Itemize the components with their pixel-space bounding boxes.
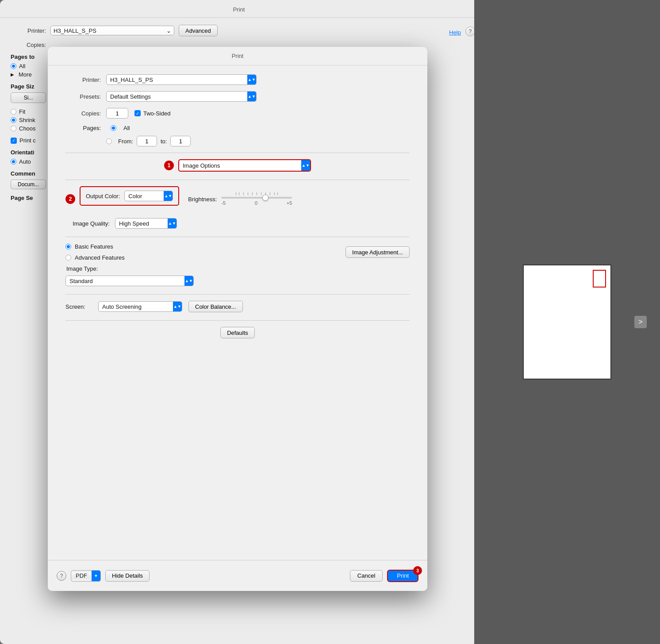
two-sided-label: Two-Sided <box>143 110 170 117</box>
bg-choose-label: Choos <box>19 125 36 132</box>
presets-select[interactable]: Default Settings ▲▼ <box>106 91 257 102</box>
screen-label: Screen: <box>65 303 92 310</box>
output-color-select[interactable]: Color ▲▼ <box>124 191 173 201</box>
pages-all-radio[interactable] <box>111 125 116 131</box>
slider-ticks-row <box>236 192 278 195</box>
copies-input[interactable] <box>106 108 128 119</box>
tick <box>274 192 275 195</box>
brightness-section: Brightness: <box>188 192 292 206</box>
printer-row: Printer: H3_HALL_S_PS ▲▼ <box>65 74 410 85</box>
to-input[interactable] <box>170 136 191 146</box>
image-options-row: 1 Image Options ▲▼ <box>65 159 410 172</box>
slider-labels: -5 0 +5 <box>221 200 292 206</box>
image-quality-select[interactable]: High Speed ▲▼ <box>115 218 177 229</box>
brightness-mid: 0 <box>255 200 257 206</box>
preview-page-inner <box>593 270 606 288</box>
bg-fit-label: Fit <box>19 108 25 115</box>
separator-5 <box>65 320 410 321</box>
dialog-bottom-bar: ? PDF ▼ Hide Details Cancel Print 3 <box>48 560 427 591</box>
image-type-arrows: ▲▼ <box>184 276 193 286</box>
image-adjustment-button[interactable]: Image Adjustment... <box>345 246 410 258</box>
image-quality-arrows-icon: ▲▼ <box>168 222 176 226</box>
from-input[interactable] <box>137 136 157 146</box>
presets-select-arrows: ▲▼ <box>247 91 256 102</box>
advanced-features-label: Advanced Features <box>75 254 125 261</box>
bg-shrink-label: Shrink <box>19 117 35 123</box>
image-type-arrows-icon: ▲▼ <box>185 279 193 283</box>
cancel-button[interactable]: Cancel <box>350 570 383 582</box>
from-label: From: <box>118 138 133 145</box>
defaults-button[interactable]: Defaults <box>220 327 255 338</box>
bg-document-button[interactable]: Docum... <box>11 180 46 189</box>
pages-all-label: All <box>123 125 130 131</box>
brightness-min: -5 <box>221 200 226 206</box>
slider-thumb <box>262 195 269 201</box>
tick <box>277 192 278 195</box>
bg-dialog-header: Print <box>0 0 478 18</box>
output-color-arrows-icon: ▲▼ <box>164 194 172 198</box>
presets-row: Presets: Default Settings ▲▼ <box>65 91 410 102</box>
next-page-arrow[interactable]: > <box>634 316 647 328</box>
bg-all-label: All <box>19 63 25 69</box>
separator-2 <box>65 180 410 180</box>
advanced-features-radio[interactable] <box>65 255 71 261</box>
image-quality-label: Image Quality: <box>65 220 110 227</box>
separator-3 <box>65 237 410 237</box>
help-link[interactable]: Help <box>449 29 461 36</box>
advanced-features-option[interactable]: Advanced Features <box>65 254 125 261</box>
pdf-label: PDF <box>71 572 92 579</box>
tick <box>248 192 248 195</box>
preview-panel: > <box>474 0 660 644</box>
bg-advanced-button[interactable]: Advanced <box>179 25 218 36</box>
bg-print-checkbox[interactable]: ✓ <box>11 138 17 144</box>
bg-more-label: More <box>19 71 32 78</box>
image-options-select[interactable]: Image Options ▲▼ <box>178 159 311 172</box>
help-question-icon[interactable]: ? <box>465 27 475 36</box>
badge-1: 1 <box>164 161 174 170</box>
hide-details-button[interactable]: Hide Details <box>105 570 150 582</box>
basic-features-radio[interactable] <box>65 244 71 249</box>
bg-dialog-title: Print <box>233 6 245 13</box>
print-button-label: Print <box>397 572 409 579</box>
dialog-title: Print <box>232 53 244 59</box>
bg-printer-arrow-icon: ⌄ <box>166 27 171 34</box>
brightness-max: +5 <box>287 200 292 206</box>
dialog-titlebar: Print <box>48 47 427 65</box>
output-color-text: Color <box>125 193 164 199</box>
printer-select[interactable]: H3_HALL_S_PS ▲▼ <box>106 74 257 85</box>
features-left: Basic Features Advanced Features <box>65 243 125 261</box>
preview-page <box>523 264 611 380</box>
to-label: to: <box>161 138 167 145</box>
separator-1 <box>65 153 410 153</box>
basic-features-option[interactable]: Basic Features <box>65 243 125 250</box>
screen-select-arrows: ▲▼ <box>173 301 182 312</box>
screen-select[interactable]: Auto Screening ▲▼ <box>98 301 182 312</box>
printer-label: Printer: <box>65 77 101 83</box>
defaults-row: Defaults <box>65 327 410 338</box>
image-options-text: Image Options <box>179 162 301 169</box>
color-balance-button[interactable]: Color Balance... <box>188 301 243 312</box>
screen-row: Screen: Auto Screening ▲▼ Color Balance.… <box>65 301 410 312</box>
brightness-slider[interactable] <box>221 197 292 199</box>
output-color-arrows: ▲▼ <box>164 191 173 201</box>
image-options-arrows-icon: ▲▼ <box>302 164 310 168</box>
tick <box>252 192 253 195</box>
print-button[interactable]: Print 3 <box>387 570 418 582</box>
image-type-select[interactable]: Standard ▲▼ <box>65 276 194 286</box>
pdf-arrow-icon: ▼ <box>92 570 100 582</box>
bg-printer-select[interactable]: H3_HALL_S_PS ⌄ <box>50 26 174 35</box>
dialog-body: Printer: H3_HALL_S_PS ▲▼ Presets: Defaul… <box>48 65 427 356</box>
bg-shrink-radio-circle <box>11 117 16 123</box>
basic-features-label: Basic Features <box>75 243 113 250</box>
separator-4 <box>65 294 410 295</box>
pdf-group[interactable]: PDF ▼ <box>71 570 101 582</box>
bg-size-button[interactable]: Si... <box>11 92 46 103</box>
two-sided-checkbox[interactable]: ✓ <box>134 110 141 116</box>
pages-label: Pages: <box>65 125 101 131</box>
pages-from-radio[interactable] <box>106 138 112 144</box>
help-button[interactable]: ? <box>57 571 66 581</box>
image-type-text: Standard <box>66 278 184 284</box>
tick <box>261 192 261 195</box>
bg-copies-label: Copies: <box>11 42 46 48</box>
tick <box>243 192 244 195</box>
